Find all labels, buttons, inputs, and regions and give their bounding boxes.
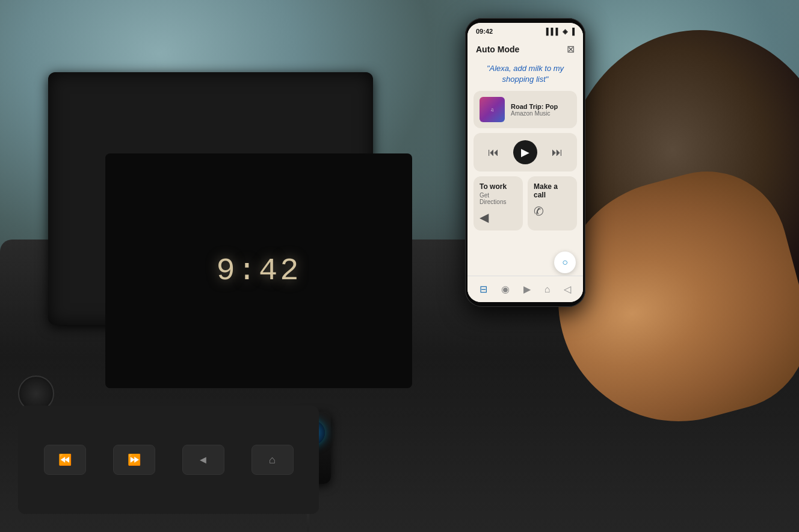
call-card-title: Make a call xyxy=(534,182,571,199)
fast-forward-icon: ⏩ xyxy=(128,453,141,466)
next-icon: ⏭ xyxy=(552,146,563,158)
directions-card[interactable]: To work Get Directions ◀ xyxy=(474,176,523,230)
back-button[interactable]: ◄ xyxy=(182,445,224,475)
bottom-navigation: ⊟ ◉ ▶ ⌂ ◁ xyxy=(467,276,583,302)
action-cards: To work Get Directions ◀ Make a call ✆ xyxy=(474,176,577,230)
infotainment-clock: 9:42 xyxy=(217,253,301,289)
nav-media-tab[interactable]: ▶ xyxy=(523,283,531,295)
home-icon: ⌂ xyxy=(269,454,276,466)
status-icons: ▌▌▌ ◈ ▐ xyxy=(546,28,575,36)
wifi-icon: ◈ xyxy=(563,28,567,36)
battery-icon: ▐ xyxy=(570,28,575,35)
phone-screen: 09:42 ▌▌▌ ◈ ▐ Auto Mode ⊠ "Alexa, add mi… xyxy=(467,23,583,302)
auto-mode-title: Auto Mode xyxy=(476,45,519,54)
music-note-icon: ♫ xyxy=(490,107,494,113)
nav-house-tab[interactable]: ⌂ xyxy=(544,284,551,295)
camera-off-icon: ⊠ xyxy=(567,43,575,55)
call-card[interactable]: Make a call ✆ xyxy=(528,176,577,230)
directions-card-title: To work xyxy=(480,182,517,191)
phone-icon: ✆ xyxy=(534,204,571,218)
play-icon: ▶ xyxy=(521,146,529,159)
prev-icon: ⏮ xyxy=(488,146,499,158)
nav-navigation-tab[interactable]: ◁ xyxy=(564,283,571,295)
music-service: Amazon Music xyxy=(511,110,571,117)
back-icon: ◄ xyxy=(198,454,209,466)
music-title: Road Trip: Pop xyxy=(511,103,571,110)
home-control-button[interactable]: ⌂ xyxy=(251,445,294,475)
alexa-prompt: "Alexa, add milk to my shopping list" xyxy=(467,60,583,91)
car-scene: 9:42 ⏪ ⏩ ◄ ⌂ 09:42 xyxy=(0,0,799,532)
navigation-arrow-icon: ◀ xyxy=(480,210,517,224)
infotainment-frame: 9:42 xyxy=(48,72,373,325)
infotainment-screen: 9:42 xyxy=(105,153,412,388)
alexa-prompt-text: "Alexa, add milk to my shopping list" xyxy=(476,63,575,85)
rewind-button[interactable]: ⏪ xyxy=(44,445,86,475)
player-controls: ⏮ ▶ ⏭ xyxy=(474,133,577,172)
rewind-icon: ⏪ xyxy=(58,453,72,466)
phone-mount: 09:42 ▌▌▌ ◈ ▐ Auto Mode ⊠ "Alexa, add mi… xyxy=(456,18,594,343)
album-art: ♫ xyxy=(480,97,505,122)
status-bar: 09:42 ▌▌▌ ◈ ▐ xyxy=(467,23,583,40)
nav-home-tab[interactable]: ⊟ xyxy=(480,283,487,295)
prev-track-button[interactable]: ⏮ xyxy=(488,146,499,159)
next-track-button[interactable]: ⏭ xyxy=(552,146,563,159)
auto-mode-header: Auto Mode ⊠ xyxy=(467,40,583,60)
phone-body: 09:42 ▌▌▌ ◈ ▐ Auto Mode ⊠ "Alexa, add mi… xyxy=(465,18,585,307)
music-card[interactable]: ♫ Road Trip: Pop Amazon Music xyxy=(474,91,577,128)
signal-icon: ▌▌▌ xyxy=(546,28,560,35)
alexa-float-button[interactable]: ○ xyxy=(554,252,576,273)
alexa-circle-icon: ○ xyxy=(562,257,568,268)
directions-card-subtitle: Get Directions xyxy=(480,192,517,205)
play-pause-button[interactable]: ▶ xyxy=(513,140,537,164)
status-time: 09:42 xyxy=(476,28,493,35)
fast-forward-button[interactable]: ⏩ xyxy=(113,445,155,475)
music-info: Road Trip: Pop Amazon Music xyxy=(511,103,571,117)
nav-messages-tab[interactable]: ◉ xyxy=(501,283,510,295)
steering-controls-panel: ⏪ ⏩ ◄ ⌂ xyxy=(18,406,319,514)
